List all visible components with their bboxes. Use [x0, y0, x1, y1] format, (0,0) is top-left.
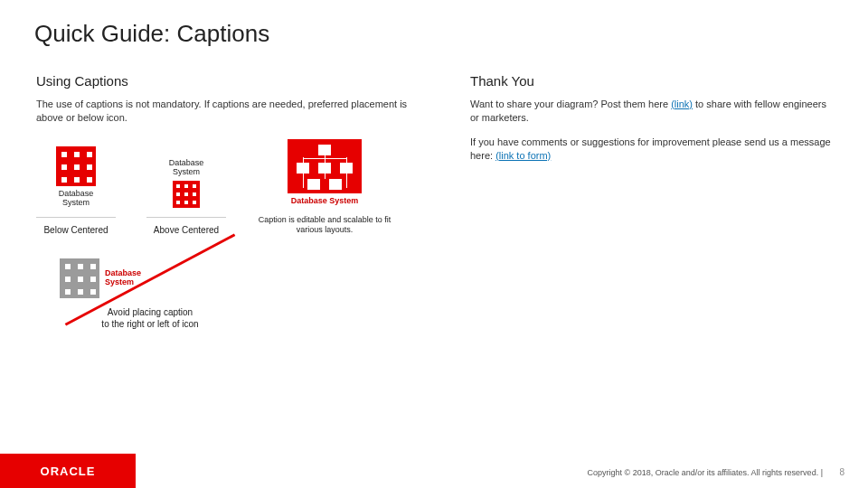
caption-below: Database System	[59, 190, 94, 208]
example-avoid: Database System Avoid placing caption to…	[60, 258, 241, 330]
label-below: Below Centered	[43, 225, 108, 235]
content-columns: Using Captions The use of captions is no…	[0, 48, 868, 330]
divider	[36, 217, 116, 218]
page-number: 8	[839, 467, 844, 477]
examples-row: Database System Below Centered Database …	[36, 139, 434, 235]
caption-above: Database System	[169, 159, 204, 177]
avoid-icon-group: Database System	[60, 258, 241, 298]
slide-page: Quick Guide: Captions Using Captions The…	[0, 0, 868, 488]
share-link[interactable]: (link)	[671, 99, 693, 109]
example-wide: Database System Caption is editable and …	[257, 139, 392, 235]
database-icon	[173, 181, 200, 208]
right-p1: Want to share your diagram? Post them he…	[470, 98, 834, 125]
footer: ORACLE Copyright © 2018, Oracle and/or i…	[0, 454, 868, 488]
example-below-centered: Database System Below Centered	[36, 146, 116, 235]
divider	[146, 217, 226, 218]
left-column: Using Captions The use of captions is no…	[36, 73, 434, 330]
database-icon	[56, 146, 96, 186]
caption-wide: Database System	[291, 197, 359, 206]
note-wide: Caption is editable and scalable to fit …	[257, 215, 392, 236]
right-p2: If you have comments or suggestions for …	[470, 136, 834, 163]
left-body: The use of captions is not mandatory. If…	[36, 98, 434, 125]
database-icon-gray	[60, 258, 99, 298]
right-heading: Thank You	[470, 73, 834, 89]
page-title: Quick Guide: Captions	[0, 0, 868, 48]
caption-side: Database System	[105, 269, 141, 287]
feedback-link[interactable]: (link to form)	[495, 150, 551, 161]
example-above-centered: Database System Above Centered	[146, 159, 226, 235]
right-column: Thank You Want to share your diagram? Po…	[470, 73, 834, 330]
p1-pre: Want to share your diagram? Post them he…	[470, 99, 671, 109]
left-heading: Using Captions	[36, 73, 434, 89]
network-icon	[288, 139, 362, 193]
label-above: Above Centered	[154, 225, 219, 235]
oracle-logo: ORACLE	[0, 454, 136, 488]
footer-right: Copyright © 2018, Oracle and/or its affi…	[588, 463, 844, 479]
copyright: Copyright © 2018, Oracle and/or its affi…	[588, 468, 823, 477]
